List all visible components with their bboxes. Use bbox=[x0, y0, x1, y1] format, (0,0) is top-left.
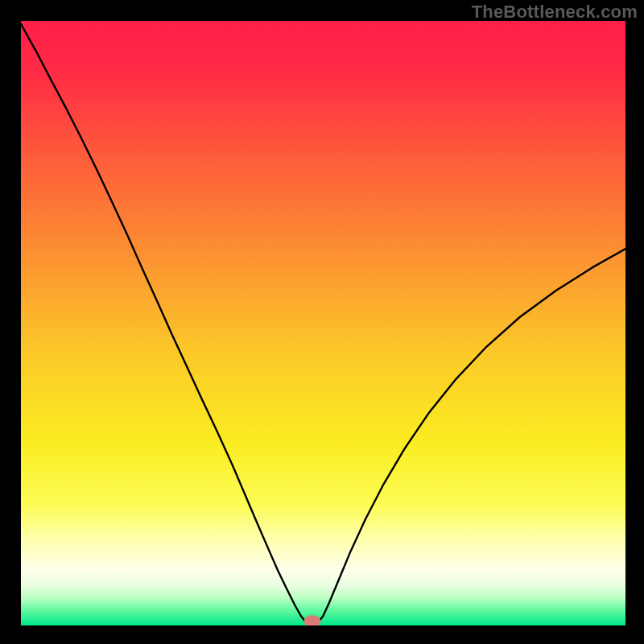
chart-frame: TheBottleneck.com bbox=[0, 0, 644, 644]
gradient-background bbox=[21, 21, 625, 625]
chart-plot bbox=[21, 21, 625, 625]
watermark-text: TheBottleneck.com bbox=[472, 2, 638, 23]
